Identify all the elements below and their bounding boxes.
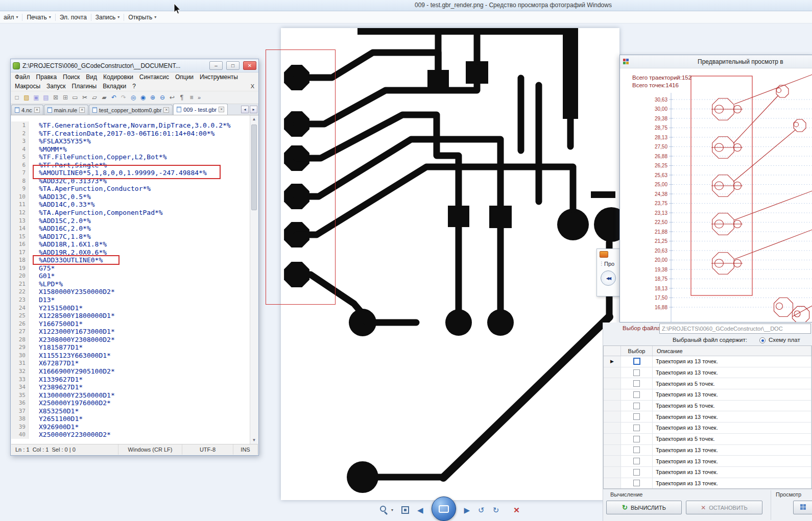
editor-titlebar[interactable]: Z:\PROJECTS\0060_GCodeConstructor\__DOCU… — [11, 59, 258, 72]
code-editor[interactable]: 1%TF.GenerationSoftware,Novarm,DipTrace,… — [11, 115, 258, 444]
row-checkbox[interactable] — [633, 358, 640, 365]
viewer-menu-item[interactable]: Печать▾ — [23, 12, 54, 22]
slideshow-button[interactable] — [432, 497, 456, 521]
npp-menu-item[interactable]: Поиск — [60, 73, 83, 81]
redo-icon[interactable]: ↷ — [119, 93, 128, 102]
table-row[interactable]: ▶Траектория из 13 точек. — [604, 356, 811, 367]
row-checkbox[interactable] — [633, 369, 640, 376]
npp-menu-item[interactable]: Плагины — [69, 82, 100, 90]
maximize-button[interactable]: □ — [226, 61, 240, 70]
npp-menu-item[interactable]: ? — [129, 82, 139, 90]
save-icon[interactable]: ▣ — [32, 93, 41, 102]
close-icon[interactable]: ⊠ — [51, 93, 60, 102]
line-number: 4 — [11, 145, 29, 154]
row-checkbox[interactable] — [633, 380, 640, 387]
npp-menu-item[interactable]: Синтаксис — [136, 73, 172, 81]
npp-menu-item[interactable]: Макросы — [12, 82, 43, 90]
viewer-menu-item[interactable]: Запись▾ — [92, 12, 123, 22]
table-row[interactable]: Траектория из 5 точек. — [604, 378, 811, 389]
file-path-input[interactable]: Z:\PROJECTS\0060_GCodeConstructor\__DOC — [659, 324, 811, 334]
paste-icon[interactable]: ▰ — [100, 93, 109, 102]
previous-button[interactable]: ◀ — [417, 506, 423, 515]
view-button[interactable] — [793, 501, 812, 514]
npp-menu-item[interactable]: Инструменты — [197, 73, 241, 81]
npp-menu-item[interactable]: Вид — [83, 73, 100, 81]
table-row[interactable]: Траектория из 13 точек. — [604, 467, 811, 478]
table-row[interactable]: Траектория из 13 точек. — [604, 389, 811, 401]
delete-button[interactable]: ✕ — [513, 506, 520, 515]
editor-tab[interactable]: main.rule× — [44, 105, 88, 115]
table-row[interactable]: Траектория из 13 точек. — [604, 456, 811, 467]
npp-menu-item[interactable]: Опции — [172, 73, 197, 81]
viewer-menu-item[interactable]: Открыть▾ — [125, 12, 160, 22]
viewer-menu-item[interactable]: Эл. почта — [56, 12, 90, 22]
close-button[interactable]: ✕ — [243, 61, 256, 70]
viewer-menu-item[interactable]: айл▾ — [0, 12, 21, 22]
editor-scrollbar[interactable]: ▲ ▼ — [250, 115, 258, 444]
zoom-in-icon[interactable]: ⊕ — [148, 93, 157, 102]
table-row[interactable]: Траектория из 13 точек. — [604, 411, 811, 423]
row-checkbox[interactable] — [633, 436, 640, 442]
npp-menu-item[interactable]: Запуск — [43, 82, 69, 90]
zoom-out-icon[interactable]: ⊖ — [158, 93, 167, 102]
new-file-icon[interactable]: □ — [12, 93, 21, 102]
replace-icon[interactable]: ◉ — [138, 93, 148, 102]
npp-menu-item[interactable]: Вкладки — [100, 82, 129, 90]
rotate-ccw-button[interactable]: ↺ — [478, 506, 485, 515]
doc-map-icon[interactable]: ≡ — [187, 93, 196, 102]
table-row[interactable]: Траектория из 13 точек. — [604, 367, 811, 379]
table-row[interactable]: Траектория из 13 точек. — [604, 478, 811, 489]
tab-scroll-right-icon[interactable]: ▸ — [250, 106, 257, 113]
show-symbols-icon[interactable]: ¶ — [177, 93, 186, 102]
npp-menu-item[interactable]: Правка — [33, 73, 60, 81]
print-icon[interactable]: ▭ — [70, 93, 80, 102]
preview-titlebar[interactable]: Предварительный просмотр в — [620, 55, 812, 68]
row-checkbox[interactable] — [633, 391, 640, 398]
table-row[interactable]: Траектория из 5 точек. — [604, 434, 811, 445]
rotate-cw-button[interactable]: ↻ — [493, 506, 499, 515]
tab-close-icon[interactable]: × — [79, 107, 85, 113]
calculate-button[interactable]: ↻ ВЫЧИСЛИТЬ — [606, 501, 682, 514]
tab-close-icon[interactable]: × — [219, 107, 224, 112]
copy-icon[interactable]: ▱ — [90, 93, 99, 102]
row-checkbox[interactable] — [633, 458, 640, 464]
table-row[interactable]: Траектория из 13 точек. — [604, 423, 811, 434]
tab-close-icon[interactable]: × — [34, 107, 40, 113]
row-checkbox[interactable] — [633, 446, 640, 453]
row-checkbox[interactable] — [633, 413, 640, 420]
minimize-button[interactable]: – — [209, 61, 223, 70]
editor-tab[interactable]: 009 - test.gbr× — [173, 104, 228, 115]
cut-icon[interactable]: ✂ — [80, 93, 89, 102]
row-checkbox[interactable] — [633, 403, 640, 409]
word-wrap-icon[interactable]: ↩ — [168, 93, 177, 102]
scroll-up-icon[interactable]: ▲ — [250, 115, 258, 123]
line-number: 40 — [11, 431, 29, 439]
find-icon[interactable]: ◎ — [129, 93, 138, 102]
scheme-radio[interactable] — [759, 337, 766, 343]
next-button[interactable]: ▶ — [464, 506, 470, 515]
table-row[interactable]: Траектория из 5 точек. — [604, 401, 811, 412]
actual-size-button[interactable] — [401, 506, 409, 514]
tab-scroll-left-icon[interactable]: ◂ — [241, 106, 249, 113]
scroll-down-icon[interactable]: ▼ — [250, 436, 258, 444]
collapse-panel-button[interactable]: ◀◀ — [601, 270, 616, 286]
tab-close-icon[interactable]: × — [163, 107, 169, 113]
npp-menu-item[interactable]: Кодировки — [100, 73, 136, 81]
code-text: %TF.CreationDate,2017-03-06T16:01:14+04:… — [29, 130, 214, 138]
scrollbar-thumb[interactable] — [251, 125, 257, 210]
open-folder-icon[interactable]: ▨ — [22, 93, 31, 102]
menu-close-button[interactable]: X — [251, 83, 254, 89]
zoom-button[interactable]: ▾ — [379, 505, 393, 516]
row-checkbox[interactable] — [633, 480, 640, 486]
undo-icon[interactable]: ↶ — [109, 93, 118, 102]
npp-menu-item[interactable]: Файл — [12, 73, 33, 81]
close-all-icon[interactable]: ⊞ — [61, 93, 70, 102]
editor-tab[interactable]: test_copper_bottom0.gbr× — [89, 105, 173, 115]
row-checkbox[interactable] — [633, 469, 640, 476]
toolbar-overflow-icon[interactable]: » — [198, 94, 201, 101]
row-checkbox[interactable] — [633, 425, 640, 431]
save-all-icon[interactable]: ▤ — [41, 93, 51, 102]
table-row[interactable]: Траектория из 13 точек. — [604, 445, 811, 456]
stop-button[interactable]: ✕ ОСТАНОВИТЬ — [686, 501, 762, 514]
editor-tab[interactable]: 4.nc× — [11, 105, 43, 115]
